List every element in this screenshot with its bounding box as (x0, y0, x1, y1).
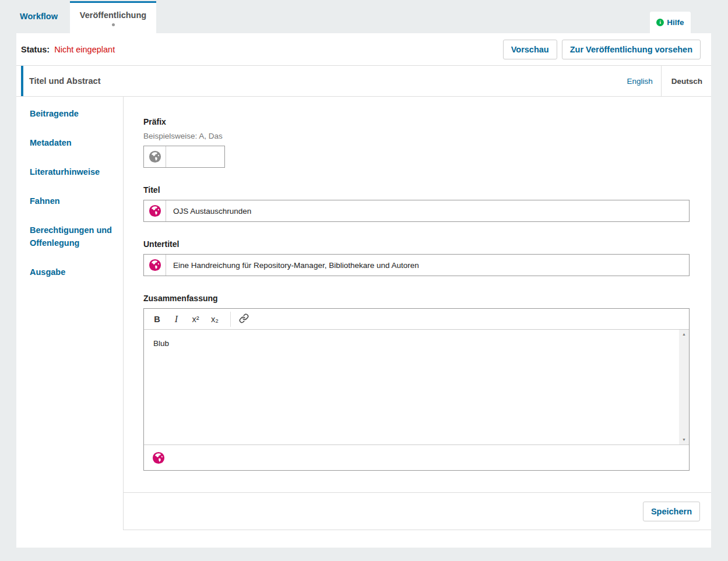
bold-button[interactable]: B (147, 311, 167, 327)
rich-text-editor: B I x² x₂ (143, 308, 690, 471)
preview-button[interactable]: Vorschau (503, 40, 557, 59)
prefix-description: Beispielsweise: A, Das (143, 132, 690, 140)
prefix-input[interactable] (166, 146, 224, 167)
subtitle-field: Untertitel (143, 239, 690, 276)
abstract-content[interactable]: Blub (144, 330, 689, 357)
scroll-down-icon[interactable]: ▼ (682, 437, 686, 442)
globe-icon (144, 200, 166, 221)
form-footer: Speichern (124, 492, 711, 530)
subtitle-input-group (143, 254, 690, 276)
subtitle-label: Untertitel (143, 239, 690, 249)
tab-publication[interactable]: Veröffentlichung (70, 1, 156, 33)
tab-workflow-label: Workflow (20, 12, 58, 21)
page-title: Titel und Abstract (29, 76, 100, 86)
title-input-group (143, 200, 690, 222)
help-button[interactable]: i Hilfe (650, 12, 691, 33)
active-section: Titel und Abstract (16, 66, 627, 96)
prefix-input-group (143, 146, 225, 168)
save-button[interactable]: Speichern (643, 502, 700, 521)
locale-tab-english[interactable]: English (627, 66, 660, 96)
globe-icon (152, 451, 165, 464)
locale-english-label: English (627, 77, 652, 86)
status-bar: Status: Nicht eingeplant Vorschau Zur Ve… (16, 33, 711, 66)
active-section-indicator (21, 66, 23, 96)
abstract-field: Zusammenfassung B I x² x₂ (143, 294, 690, 471)
unsaved-indicator-dot (112, 23, 115, 26)
publication-sidebar: Beitragende Metadaten Literaturhinweise … (16, 97, 124, 530)
prefix-field: Präfix Beispielsweise: A, Das (143, 117, 690, 168)
title-input[interactable] (166, 200, 689, 221)
tab-workflow[interactable]: Workflow (12, 8, 66, 33)
status-label: Status: (21, 45, 50, 54)
prefix-label: Präfix (143, 117, 690, 126)
editor-scrollbar[interactable]: ▲ ▼ (679, 330, 689, 444)
globe-icon (144, 255, 166, 276)
scroll-up-icon[interactable]: ▲ (682, 332, 686, 337)
subscript-button[interactable]: x₂ (205, 311, 224, 327)
sidebar-item-metadaten[interactable]: Metadaten (30, 136, 116, 149)
info-icon: i (656, 19, 664, 26)
sidebar-item-berechtigungen[interactable]: Berechtigungen und Offenlegung (30, 224, 116, 249)
status-text: Status: Nicht eingeplant (21, 45, 115, 54)
globe-icon (144, 146, 166, 167)
sidebar-item-ausgabe[interactable]: Ausgabe (30, 266, 116, 278)
subtitle-input[interactable] (166, 255, 689, 276)
status-value: Nicht eingeplant (54, 45, 115, 54)
abstract-editor-body[interactable]: Blub ▲ ▼ (144, 330, 689, 444)
abstract-label: Zusammenfassung (143, 294, 690, 303)
editor-footer (144, 444, 689, 470)
superscript-button[interactable]: x² (186, 311, 205, 327)
form-column: Präfix Beispielsweise: A, Das Titel (124, 97, 711, 530)
publication-panel: Status: Nicht eingeplant Vorschau Zur Ve… (16, 33, 711, 548)
content-area: Beitragende Metadaten Literaturhinweise … (16, 97, 711, 530)
italic-button[interactable]: I (167, 311, 186, 327)
sidebar-item-beitragende[interactable]: Beitragende (30, 107, 116, 120)
title-label: Titel (143, 185, 690, 195)
tab-publication-label: Veröffentlichung (80, 10, 146, 20)
sidebar-item-fahnen[interactable]: Fahnen (30, 195, 116, 207)
link-button[interactable] (234, 311, 254, 327)
editor-toolbar: B I x² x₂ (144, 309, 689, 330)
section-header: Titel und Abstract English Deutsch (16, 66, 711, 97)
help-label: Hilfe (667, 18, 684, 27)
panel-bottom-padding (16, 530, 711, 549)
schedule-publication-button[interactable]: Zur Veröffentlichung vorsehen (562, 40, 701, 59)
locale-tab-deutsch[interactable]: Deutsch (661, 66, 711, 96)
title-field: Titel (143, 185, 690, 222)
toolbar-divider (230, 312, 231, 327)
sidebar-item-literaturhinweise[interactable]: Literaturhinweise (30, 165, 116, 178)
title-abstract-form: Präfix Beispielsweise: A, Das Titel (124, 97, 711, 492)
link-icon (239, 313, 249, 325)
locale-deutsch-label: Deutsch (671, 77, 702, 86)
